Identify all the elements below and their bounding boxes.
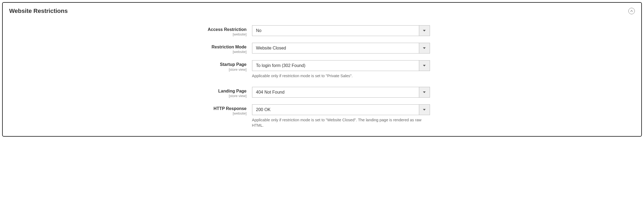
panel-title: Website Restrictions	[9, 8, 68, 15]
select-value: To login form (302 Found)	[252, 63, 419, 68]
select-value: 404 Not Found	[252, 90, 419, 95]
field-row-http-response: HTTP Response [website] 200 OK Applicabl…	[160, 104, 484, 128]
caret-down-icon	[423, 109, 426, 111]
dropdown-arrow	[419, 87, 430, 97]
field-col: 404 Not Found	[252, 87, 430, 98]
label-col: Access Restriction [website]	[160, 25, 252, 36]
field-label: Access Restriction	[160, 27, 247, 32]
help-text: Applicable only if restriction mode is s…	[252, 117, 430, 128]
startup-page-select[interactable]: To login form (302 Found)	[252, 60, 430, 71]
label-col: Restriction Mode [website]	[160, 43, 252, 54]
field-col: 200 OK Applicable only if restriction mo…	[252, 104, 430, 128]
caret-down-icon	[423, 30, 426, 32]
field-row-landing-page: Landing Page [store view] 404 Not Found	[160, 87, 484, 98]
field-label: Restriction Mode	[160, 44, 247, 49]
field-scope: [store view]	[160, 68, 247, 72]
field-row-startup-page: Startup Page [store view] To login form …	[160, 60, 484, 79]
field-scope: [website]	[160, 111, 247, 115]
select-value: 200 OK	[252, 107, 419, 112]
landing-page-select[interactable]: 404 Not Found	[252, 87, 430, 98]
select-value: Website Closed	[252, 46, 419, 51]
field-scope: [website]	[160, 50, 247, 54]
help-text: Applicable only if restriction mode is s…	[252, 73, 430, 79]
select-value: No	[252, 28, 419, 33]
field-col: To login form (302 Found) Applicable onl…	[252, 60, 430, 79]
chevron-up-icon	[630, 10, 633, 12]
collapse-button[interactable]	[628, 8, 635, 14]
panel-header: Website Restrictions	[9, 8, 635, 15]
dropdown-arrow	[419, 105, 430, 115]
form-rows: Access Restriction [website] No Restrict…	[160, 25, 484, 128]
caret-down-icon	[423, 65, 426, 67]
label-col: Landing Page [store view]	[160, 87, 252, 98]
field-scope: [store view]	[160, 94, 247, 98]
field-label: Startup Page	[160, 62, 247, 67]
field-scope: [website]	[160, 32, 247, 36]
dropdown-arrow	[419, 43, 430, 53]
label-col: Startup Page [store view]	[160, 60, 252, 71]
field-row-access-restriction: Access Restriction [website] No	[160, 25, 484, 36]
dropdown-arrow	[419, 26, 430, 36]
website-restrictions-panel: Website Restrictions Access Restriction …	[2, 2, 642, 137]
field-label: HTTP Response	[160, 106, 247, 111]
caret-down-icon	[423, 91, 426, 93]
caret-down-icon	[423, 47, 426, 49]
http-response-select[interactable]: 200 OK	[252, 104, 430, 115]
field-label: Landing Page	[160, 88, 247, 94]
label-col: HTTP Response [website]	[160, 104, 252, 115]
dropdown-arrow	[419, 61, 430, 71]
access-restriction-select[interactable]: No	[252, 25, 430, 36]
field-row-restriction-mode: Restriction Mode [website] Website Close…	[160, 43, 484, 54]
restriction-mode-select[interactable]: Website Closed	[252, 43, 430, 54]
field-col: No	[252, 25, 430, 36]
field-col: Website Closed	[252, 43, 430, 54]
